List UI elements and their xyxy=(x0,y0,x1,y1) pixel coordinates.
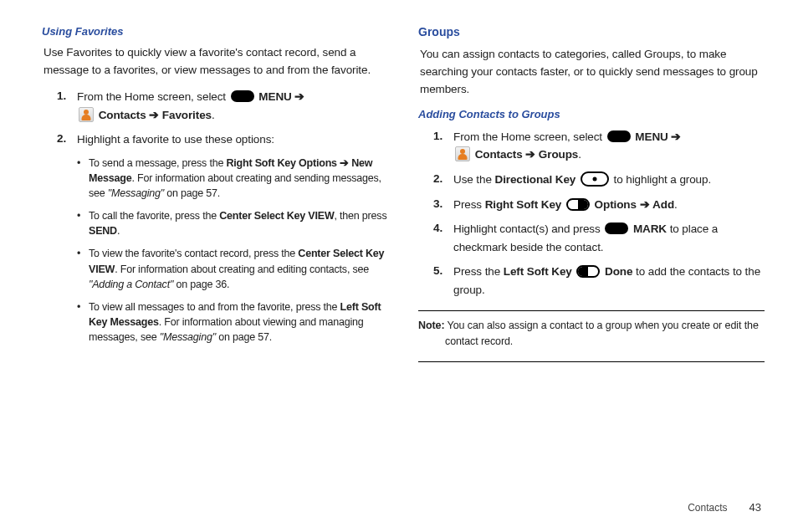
gstep-2: 2. Use the Directional Key to highlight … xyxy=(418,171,765,189)
note-separator xyxy=(418,361,765,362)
bullet-send-message: • To send a message, press the Right Sof… xyxy=(42,156,388,201)
two-column-layout: Using Favorites Use Favorites to quickly… xyxy=(42,23,765,369)
contacts-icon xyxy=(79,107,94,122)
heading-adding-contacts: Adding Contacts to Groups xyxy=(418,106,765,122)
center-key-icon xyxy=(231,90,254,102)
step-content: From the Home screen, select MENU ➔ Cont… xyxy=(77,88,304,124)
step-number: 1. xyxy=(433,128,453,164)
center-key-icon xyxy=(607,130,631,142)
step-content: Press the Left Soft Key Done to add the … xyxy=(453,263,765,299)
favorites-intro: Use Favorites to quickly view a favorite… xyxy=(42,44,388,79)
heading-using-favorites: Using Favorites xyxy=(42,23,388,39)
bullet-call-favorite: • To call the favorite, press the Center… xyxy=(42,208,388,238)
gstep-5: 5. Press the Left Soft Key Done to add t… xyxy=(418,263,765,299)
step-content: Highlight contact(s) and press MARK to p… xyxy=(453,220,765,256)
step-number: 2. xyxy=(433,171,453,189)
bullet-icon: • xyxy=(77,299,89,345)
step-content: From the Home screen, select MENU ➔ Cont… xyxy=(453,128,681,164)
bullet-view-messages: • To view all messages to and from the f… xyxy=(42,299,388,345)
heading-groups: Groups xyxy=(418,23,765,41)
bullet-view-record: • To view the favorite's contact record,… xyxy=(42,246,388,291)
note-text: Note: You can also assign a contact to a… xyxy=(418,318,765,350)
groups-intro: You can assign contacts to categories, c… xyxy=(418,46,765,99)
step-content: Press Right Soft Key Options ➔ Add. xyxy=(453,196,678,214)
left-soft-key-icon xyxy=(576,265,600,278)
right-soft-key-icon xyxy=(566,198,590,211)
right-column: Groups You can assign contacts to catego… xyxy=(418,23,765,369)
step-content: Highlight a favorite to use these option… xyxy=(77,130,274,149)
page-footer: Contacts 43 xyxy=(688,501,761,514)
step-number: 4. xyxy=(433,220,453,256)
bullet-icon: • xyxy=(77,156,89,201)
section-label: Contacts xyxy=(688,502,727,514)
contacts-icon xyxy=(455,146,470,161)
gstep-4: 4. Highlight contact(s) and press MARK t… xyxy=(418,220,765,256)
left-column: Using Favorites Use Favorites to quickly… xyxy=(42,23,388,369)
step-number: 5. xyxy=(433,263,453,299)
step-number: 3. xyxy=(433,196,453,214)
bullet-icon: • xyxy=(77,208,89,238)
note-separator xyxy=(418,310,765,311)
step-2: 2. Highlight a favorite to use these opt… xyxy=(42,130,388,149)
page-number: 43 xyxy=(749,501,761,514)
step-number: 1. xyxy=(57,88,77,124)
center-key-icon xyxy=(605,223,628,234)
step-1: 1. From the Home screen, select MENU ➔ C… xyxy=(42,88,388,124)
step-number: 2. xyxy=(57,130,77,149)
bullet-icon: • xyxy=(77,246,89,291)
step-content: Use the Directional Key to highlight a g… xyxy=(453,171,711,189)
directional-key-icon xyxy=(581,171,609,187)
gstep-1: 1. From the Home screen, select MENU ➔ C… xyxy=(418,128,765,164)
gstep-3: 3. Press Right Soft Key Options ➔ Add. xyxy=(418,196,765,214)
